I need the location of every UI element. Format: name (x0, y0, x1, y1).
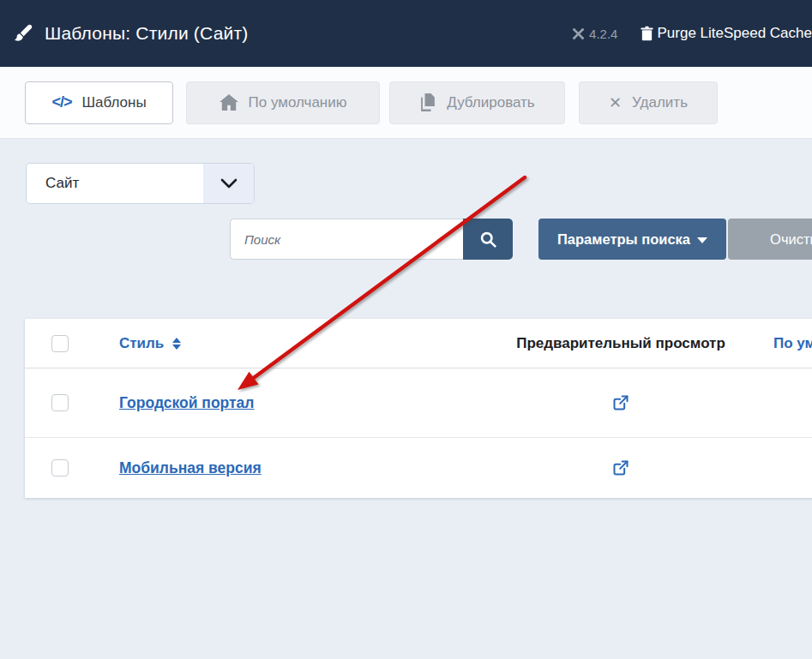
clear-button[interactable]: Очистить (728, 219, 812, 260)
delete-button[interactable]: ✕ Удалить (579, 81, 718, 124)
client-select[interactable]: Сайт (26, 163, 255, 204)
purge-litespeed-button[interactable]: Purge LiteSpeed Cache (640, 25, 812, 42)
table-row: Мобильная версия (25, 438, 812, 498)
x-icon: ✕ (609, 93, 622, 112)
style-cell: Мобильная версия (94, 459, 480, 477)
style-column-label: Стиль (119, 335, 164, 352)
client-select-value: Сайт (27, 175, 203, 192)
default-column-sort-link[interactable]: По умолчанию (773, 335, 812, 352)
style-column-header-cell: Стиль (94, 335, 480, 352)
style-column-sort-link[interactable]: Стиль (119, 335, 181, 352)
preview-cell (480, 459, 761, 476)
preview-column-label: Предварительный просмотр (480, 335, 761, 352)
style-cell: Городской портал (94, 394, 480, 412)
brush-icon (12, 22, 34, 45)
table-header-row: Стиль Предварительный просмотр По умолча… (25, 319, 812, 368)
make-default-label: По умолчанию (249, 94, 347, 111)
style-edit-link[interactable]: Мобильная версия (119, 459, 262, 477)
joomla-logo-icon (572, 27, 585, 40)
search-options-button[interactable]: Параметры поиска (538, 219, 726, 260)
external-link-icon[interactable] (612, 394, 629, 411)
clear-button-label: Очистить (770, 231, 812, 248)
templates-button[interactable]: </> Шаблоны (25, 81, 173, 124)
app-header: Шаблоны: Стили (Сайт) 4.2.4 (0, 0, 812, 67)
search-options-label: Параметры поиска (557, 231, 690, 248)
duplicate-label: Дублировать (447, 94, 534, 111)
make-default-button[interactable]: По умолчанию (186, 81, 380, 124)
copy-icon (419, 93, 436, 111)
table-row: Городской портал (25, 368, 812, 438)
default-column-label: По умолчанию (773, 335, 812, 352)
row-checkbox-cell (25, 394, 94, 411)
duplicate-button[interactable]: Дублировать (389, 81, 565, 124)
default-column-header-cell: По умолчанию (761, 335, 812, 352)
joomla-version-badge: 4.2.4 (572, 27, 617, 41)
home-icon (220, 94, 238, 111)
style-edit-link[interactable]: Городской портал (119, 394, 254, 412)
app-header-left: Шаблоны: Стили (Сайт) (12, 22, 249, 45)
code-icon: </> (51, 93, 71, 111)
search-icon (479, 231, 497, 249)
row-checkbox-cell (25, 459, 94, 476)
header-checkbox-cell (25, 335, 94, 352)
search-button[interactable] (463, 219, 513, 260)
templates-button-label: Шаблоны (81, 94, 146, 111)
templates-styles-screen: Шаблоны: Стили (Сайт) 4.2.4 (0, 0, 812, 659)
row-checkbox[interactable] (51, 459, 69, 476)
caret-down-icon (697, 237, 707, 243)
sort-icon (172, 338, 181, 350)
select-all-checkbox[interactable] (51, 335, 69, 352)
preview-cell (480, 394, 761, 411)
joomla-version-text: 4.2.4 (589, 27, 617, 41)
search-input[interactable] (230, 219, 463, 260)
purge-litespeed-label: Purge LiteSpeed Cache (657, 25, 812, 42)
trash-icon (640, 26, 654, 42)
external-link-icon[interactable] (612, 459, 629, 476)
page-title: Шаблоны: Стили (Сайт) (45, 23, 249, 44)
app-header-right: 4.2.4 Purge LiteSpeed Cache (572, 25, 812, 42)
styles-table: Стиль Предварительный просмотр По умолча… (25, 319, 812, 498)
delete-label: Удалить (632, 94, 688, 111)
chevron-down-icon (203, 164, 254, 203)
row-checkbox[interactable] (51, 394, 69, 411)
toolbar: </> Шаблоны По умолчанию Дублировать ✕ У… (0, 67, 812, 139)
